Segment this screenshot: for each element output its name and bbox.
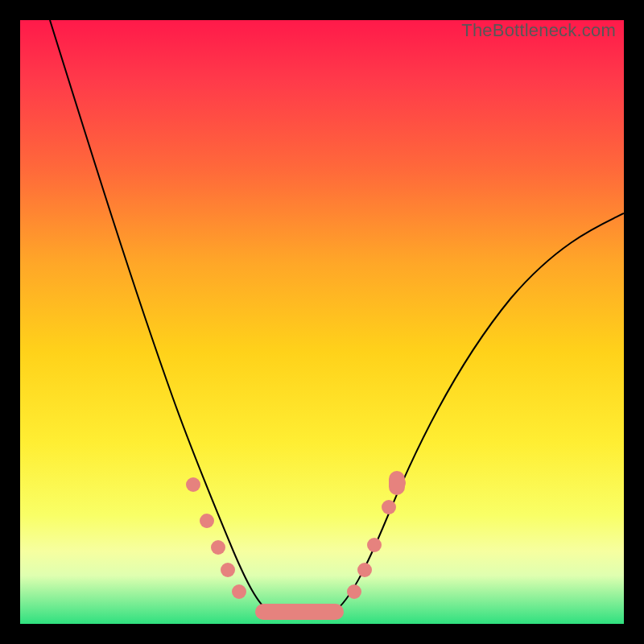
dots-right	[347, 471, 406, 599]
svg-point-9	[382, 500, 396, 514]
floor-segment	[255, 604, 344, 620]
dots-left	[186, 477, 246, 599]
svg-point-2	[200, 514, 214, 528]
curve-left	[50, 20, 270, 612]
svg-point-5	[232, 584, 246, 599]
svg-point-4	[221, 563, 235, 577]
plot-area: TheBottleneck.com	[20, 20, 624, 624]
svg-point-1	[186, 477, 200, 492]
chart-frame: TheBottleneck.com	[0, 0, 644, 644]
svg-point-6	[347, 584, 361, 599]
svg-rect-0	[255, 604, 344, 620]
svg-point-7	[357, 563, 372, 577]
svg-point-3	[211, 540, 225, 555]
svg-rect-11	[389, 471, 405, 495]
curve-right	[334, 213, 624, 612]
bottleneck-curve	[20, 20, 624, 624]
svg-point-8	[367, 538, 382, 552]
